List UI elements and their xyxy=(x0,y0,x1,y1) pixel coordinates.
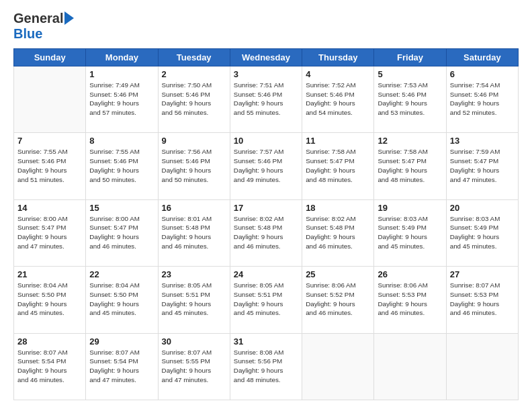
day-number: 3 xyxy=(234,69,298,79)
day-info: Sunrise: 8:07 AM Sunset: 5:54 PM Dayligh… xyxy=(17,348,82,385)
day-number: 21 xyxy=(17,269,82,279)
calendar-cell: 17Sunrise: 8:02 AM Sunset: 5:48 PM Dayli… xyxy=(230,199,302,266)
day-number: 5 xyxy=(378,69,442,79)
day-info: Sunrise: 8:05 AM Sunset: 5:51 PM Dayligh… xyxy=(234,281,298,318)
day-info: Sunrise: 7:51 AM Sunset: 5:46 PM Dayligh… xyxy=(234,81,298,118)
day-number: 8 xyxy=(89,136,154,146)
calendar-cell: 31Sunrise: 8:08 AM Sunset: 5:56 PM Dayli… xyxy=(230,333,302,400)
calendar-cell: 25Sunrise: 8:06 AM Sunset: 5:52 PM Dayli… xyxy=(302,267,374,333)
day-info: Sunrise: 8:04 AM Sunset: 5:50 PM Dayligh… xyxy=(89,281,154,318)
day-number: 10 xyxy=(234,136,298,146)
day-number: 14 xyxy=(17,203,82,213)
day-info: Sunrise: 8:03 AM Sunset: 5:49 PM Dayligh… xyxy=(450,214,515,251)
logo-general: General xyxy=(13,11,63,26)
day-number: 17 xyxy=(234,203,298,213)
day-info: Sunrise: 8:01 AM Sunset: 5:48 PM Dayligh… xyxy=(162,214,226,251)
day-number: 22 xyxy=(89,269,154,279)
calendar-cell: 8Sunrise: 7:55 AM Sunset: 5:46 PM Daylig… xyxy=(86,133,158,199)
day-info: Sunrise: 7:58 AM Sunset: 5:47 PM Dayligh… xyxy=(378,147,442,184)
day-info: Sunrise: 7:55 AM Sunset: 5:46 PM Dayligh… xyxy=(89,147,154,184)
weekday-header-thursday: Thursday xyxy=(302,49,374,66)
calendar-cell: 18Sunrise: 8:02 AM Sunset: 5:48 PM Dayli… xyxy=(302,199,374,266)
calendar-cell: 14Sunrise: 8:00 AM Sunset: 5:47 PM Dayli… xyxy=(14,199,86,266)
day-number: 16 xyxy=(162,203,226,213)
day-number: 9 xyxy=(162,136,226,146)
header: General Blue xyxy=(13,11,519,42)
weekday-header-row: SundayMondayTuesdayWednesdayThursdayFrid… xyxy=(14,49,519,66)
calendar-cell: 4Sunrise: 7:52 AM Sunset: 5:46 PM Daylig… xyxy=(302,66,374,133)
logo-blue: Blue xyxy=(13,26,42,42)
calendar-cell: 22Sunrise: 8:04 AM Sunset: 5:50 PM Dayli… xyxy=(86,267,158,333)
day-number: 26 xyxy=(378,269,442,279)
calendar-cell: 24Sunrise: 8:05 AM Sunset: 5:51 PM Dayli… xyxy=(230,267,302,333)
day-info: Sunrise: 8:06 AM Sunset: 5:52 PM Dayligh… xyxy=(306,281,370,318)
week-row-0: 1Sunrise: 7:49 AM Sunset: 5:46 PM Daylig… xyxy=(14,66,519,133)
day-number: 31 xyxy=(234,336,298,347)
calendar-cell: 5Sunrise: 7:53 AM Sunset: 5:46 PM Daylig… xyxy=(374,66,446,133)
day-info: Sunrise: 7:58 AM Sunset: 5:47 PM Dayligh… xyxy=(306,147,370,184)
day-info: Sunrise: 8:07 AM Sunset: 5:54 PM Dayligh… xyxy=(89,348,154,385)
day-number: 19 xyxy=(378,203,442,213)
day-info: Sunrise: 7:52 AM Sunset: 5:46 PM Dayligh… xyxy=(306,81,370,118)
calendar-cell: 19Sunrise: 8:03 AM Sunset: 5:49 PM Dayli… xyxy=(374,199,446,266)
week-row-1: 7Sunrise: 7:55 AM Sunset: 5:46 PM Daylig… xyxy=(14,133,519,199)
calendar-cell: 15Sunrise: 8:00 AM Sunset: 5:47 PM Dayli… xyxy=(86,199,158,266)
day-info: Sunrise: 7:56 AM Sunset: 5:46 PM Dayligh… xyxy=(162,147,226,184)
weekday-header-saturday: Saturday xyxy=(446,49,518,66)
day-info: Sunrise: 8:04 AM Sunset: 5:50 PM Dayligh… xyxy=(17,281,82,318)
day-info: Sunrise: 8:00 AM Sunset: 5:47 PM Dayligh… xyxy=(17,214,82,251)
day-number: 2 xyxy=(162,69,226,79)
day-info: Sunrise: 8:05 AM Sunset: 5:51 PM Dayligh… xyxy=(162,281,226,318)
day-info: Sunrise: 7:53 AM Sunset: 5:46 PM Dayligh… xyxy=(378,81,442,118)
calendar-cell: 2Sunrise: 7:50 AM Sunset: 5:46 PM Daylig… xyxy=(158,66,230,133)
day-info: Sunrise: 8:06 AM Sunset: 5:53 PM Dayligh… xyxy=(378,281,442,318)
day-number: 12 xyxy=(378,136,442,146)
day-number: 24 xyxy=(234,269,298,279)
calendar-cell: 12Sunrise: 7:58 AM Sunset: 5:47 PM Dayli… xyxy=(374,133,446,199)
calendar-cell: 6Sunrise: 7:54 AM Sunset: 5:46 PM Daylig… xyxy=(446,66,518,133)
day-info: Sunrise: 7:49 AM Sunset: 5:46 PM Dayligh… xyxy=(89,81,154,118)
calendar-cell: 9Sunrise: 7:56 AM Sunset: 5:46 PM Daylig… xyxy=(158,133,230,199)
weekday-header-sunday: Sunday xyxy=(14,49,86,66)
calendar-cell: 30Sunrise: 8:07 AM Sunset: 5:55 PM Dayli… xyxy=(158,333,230,400)
day-number: 27 xyxy=(450,269,515,279)
calendar-cell: 13Sunrise: 7:59 AM Sunset: 5:47 PM Dayli… xyxy=(446,133,518,199)
day-number: 4 xyxy=(306,69,370,79)
day-number: 29 xyxy=(89,336,154,347)
day-number: 23 xyxy=(162,269,226,279)
logo: General Blue xyxy=(13,11,74,42)
day-number: 15 xyxy=(89,203,154,213)
day-number: 7 xyxy=(17,136,82,146)
calendar-cell: 23Sunrise: 8:05 AM Sunset: 5:51 PM Dayli… xyxy=(158,267,230,333)
week-row-3: 21Sunrise: 8:04 AM Sunset: 5:50 PM Dayli… xyxy=(14,267,519,333)
day-info: Sunrise: 8:08 AM Sunset: 5:56 PM Dayligh… xyxy=(234,348,298,385)
day-number: 13 xyxy=(450,136,515,146)
day-info: Sunrise: 8:02 AM Sunset: 5:48 PM Dayligh… xyxy=(306,214,370,251)
calendar-cell: 29Sunrise: 8:07 AM Sunset: 5:54 PM Dayli… xyxy=(86,333,158,400)
day-number: 25 xyxy=(306,269,370,279)
day-info: Sunrise: 8:02 AM Sunset: 5:48 PM Dayligh… xyxy=(234,214,298,251)
day-number: 28 xyxy=(17,336,82,347)
calendar-cell: 27Sunrise: 8:07 AM Sunset: 5:53 PM Dayli… xyxy=(446,267,518,333)
calendar-cell xyxy=(14,66,86,133)
week-row-2: 14Sunrise: 8:00 AM Sunset: 5:47 PM Dayli… xyxy=(14,199,519,266)
day-info: Sunrise: 7:50 AM Sunset: 5:46 PM Dayligh… xyxy=(162,81,226,118)
calendar-cell: 10Sunrise: 7:57 AM Sunset: 5:46 PM Dayli… xyxy=(230,133,302,199)
calendar-cell: 20Sunrise: 8:03 AM Sunset: 5:49 PM Dayli… xyxy=(446,199,518,266)
day-info: Sunrise: 8:00 AM Sunset: 5:47 PM Dayligh… xyxy=(89,214,154,251)
day-number: 30 xyxy=(162,336,226,347)
calendar-cell: 1Sunrise: 7:49 AM Sunset: 5:46 PM Daylig… xyxy=(86,66,158,133)
day-info: Sunrise: 7:55 AM Sunset: 5:46 PM Dayligh… xyxy=(17,147,82,184)
day-info: Sunrise: 7:57 AM Sunset: 5:46 PM Dayligh… xyxy=(234,147,298,184)
calendar-cell: 11Sunrise: 7:58 AM Sunset: 5:47 PM Dayli… xyxy=(302,133,374,199)
day-number: 6 xyxy=(450,69,515,79)
day-number: 1 xyxy=(89,69,154,79)
day-info: Sunrise: 8:07 AM Sunset: 5:55 PM Dayligh… xyxy=(162,348,226,385)
calendar-cell: 3Sunrise: 7:51 AM Sunset: 5:46 PM Daylig… xyxy=(230,66,302,133)
day-info: Sunrise: 7:59 AM Sunset: 5:47 PM Dayligh… xyxy=(450,147,515,184)
calendar-cell: 28Sunrise: 8:07 AM Sunset: 5:54 PM Dayli… xyxy=(14,333,86,400)
calendar-cell: 7Sunrise: 7:55 AM Sunset: 5:46 PM Daylig… xyxy=(14,133,86,199)
calendar-cell: 26Sunrise: 8:06 AM Sunset: 5:53 PM Dayli… xyxy=(374,267,446,333)
calendar-cell: 16Sunrise: 8:01 AM Sunset: 5:48 PM Dayli… xyxy=(158,199,230,266)
calendar-table: SundayMondayTuesdayWednesdayThursdayFrid… xyxy=(13,48,519,400)
